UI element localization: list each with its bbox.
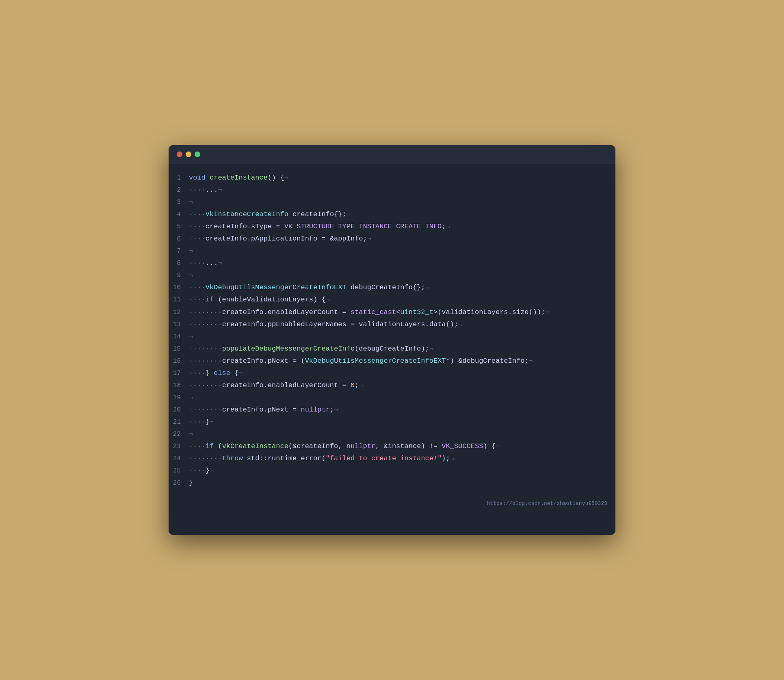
line-number: 15 [169, 344, 189, 354]
line-number: 7 [169, 246, 189, 256]
code-line-5: 5 ····createInfo.sType = VK_STRUCTURE_TY… [169, 221, 615, 233]
line-content: ····if (enableValidationLayers) {¬ [189, 294, 330, 305]
line-number: 20 [169, 405, 189, 415]
line-number: 19 [169, 392, 189, 403]
line-number: 6 [169, 234, 189, 244]
code-line-10: 10 ····VkDebugUtilsMessengerCreateInfoEX… [169, 282, 615, 294]
titlebar [169, 145, 615, 164]
line-content: void createInstance() {¬ [189, 172, 288, 184]
line-number: 13 [169, 319, 189, 330]
line-content: ····VkInstanceCreateInfo createInfo{};¬ [189, 209, 351, 220]
url-bar: https://blog.csdn.net/zhaotianyu950323 [169, 497, 615, 512]
line-content: } [189, 477, 193, 489]
line-content: ········createInfo.ppEnabledLayerNames =… [189, 319, 462, 330]
maximize-dot[interactable] [195, 152, 200, 157]
code-line-6: 6 ····createInfo.pApplicationInfo = &app… [169, 233, 615, 245]
line-number: 12 [169, 307, 189, 318]
line-content: ¬ [189, 197, 193, 208]
code-line-7: 7 ¬ [169, 245, 615, 257]
line-number: 26 [169, 478, 189, 488]
line-content: ········createInfo.pNext = nullptr;¬ [189, 404, 338, 416]
code-line-15: 15 ········populateDebugMessengerCreateI… [169, 343, 615, 355]
line-content: ········createInfo.enabledLayerCount = 0… [189, 380, 363, 391]
code-line-24: 24 ········throw std::runtime_error("fai… [169, 453, 615, 465]
line-number: 5 [169, 221, 189, 232]
code-line-1: 1 void createInstance() {¬ [169, 172, 615, 184]
code-line-13: 13 ········createInfo.ppEnabledLayerName… [169, 318, 615, 331]
code-line-23: 23 ····if (vkCreateInstance(&createInfo,… [169, 440, 615, 453]
line-number: 21 [169, 417, 189, 427]
line-number: 9 [169, 270, 189, 281]
line-number: 23 [169, 441, 189, 452]
line-number: 14 [169, 331, 189, 342]
line-number: 25 [169, 466, 189, 476]
close-dot[interactable] [177, 152, 182, 157]
code-line-25: 25 ····}¬ [169, 465, 615, 477]
line-number: 8 [169, 258, 189, 269]
code-line-22: 22 ¬ [169, 428, 615, 440]
code-line-17: 17 ····} else {¬ [169, 367, 615, 379]
line-content: ····if (vkCreateInstance(&createInfo, nu… [189, 441, 500, 452]
line-content: ¬ [189, 331, 193, 342]
line-content: ····...¬ [189, 258, 222, 269]
minimize-dot[interactable] [186, 152, 191, 157]
line-number: 18 [169, 380, 189, 391]
code-window: 1 void createInstance() {¬ 2 ····...¬ 3 … [169, 145, 615, 535]
line-content: ········populateDebugMessengerCreateInfo… [189, 343, 433, 355]
code-line-11: 11 ····if (enableValidationLayers) {¬ [169, 294, 615, 306]
line-content: ¬ [189, 392, 193, 403]
url-text: https://blog.csdn.net/zhaotianyu950323 [487, 500, 607, 507]
line-number: 2 [169, 185, 189, 195]
line-content: ········throw std::runtime_error("failed… [189, 453, 454, 464]
line-content: ¬ [189, 245, 193, 257]
code-line-4: 4 ····VkInstanceCreateInfo createInfo{};… [169, 208, 615, 221]
code-line-3: 3 ¬ [169, 196, 615, 208]
line-number: 10 [169, 282, 189, 293]
line-number: 17 [169, 368, 189, 379]
line-content: ¬ [189, 270, 193, 281]
code-line-8: 8 ····...¬ [169, 257, 615, 269]
line-number: 16 [169, 356, 189, 366]
line-content: ¬ [189, 429, 193, 440]
code-line-12: 12 ········createInfo.enabledLayerCount … [169, 306, 615, 318]
line-content: ····createInfo.sType = VK_STRUCTURE_TYPE… [189, 221, 450, 232]
line-content: ····createInfo.pApplicationInfo = &appIn… [189, 233, 371, 245]
line-number: 3 [169, 197, 189, 208]
line-content: ········createInfo.enabledLayerCount = s… [189, 307, 550, 318]
code-line-20: 20 ········createInfo.pNext = nullptr;¬ [169, 404, 615, 416]
line-number: 1 [169, 173, 189, 183]
code-line-14: 14 ¬ [169, 331, 615, 343]
code-line-21: 21 ····}¬ [169, 416, 615, 428]
line-number: 4 [169, 209, 189, 220]
code-line-9: 9 ¬ [169, 269, 615, 282]
line-number: 22 [169, 429, 189, 440]
line-content: ····} else {¬ [189, 368, 243, 379]
line-number: 24 [169, 453, 189, 464]
line-content: ····}¬ [189, 465, 214, 476]
line-content: ····VkDebugUtilsMessengerCreateInfoEXT d… [189, 282, 429, 293]
line-content: ········createInfo.pNext = (VkDebugUtils… [189, 355, 533, 367]
line-content: ····}¬ [189, 416, 214, 428]
code-line-18: 18 ········createInfo.enabledLayerCount … [169, 379, 615, 392]
line-content: ····...¬ [189, 184, 222, 196]
code-editor: 1 void createInstance() {¬ 2 ····...¬ 3 … [169, 164, 615, 497]
code-line-16: 16 ········createInfo.pNext = (VkDebugUt… [169, 355, 615, 367]
code-line-26: 26 } [169, 477, 615, 489]
code-line-2: 2 ····...¬ [169, 184, 615, 196]
code-line-19: 19 ¬ [169, 392, 615, 404]
line-number: 11 [169, 295, 189, 305]
